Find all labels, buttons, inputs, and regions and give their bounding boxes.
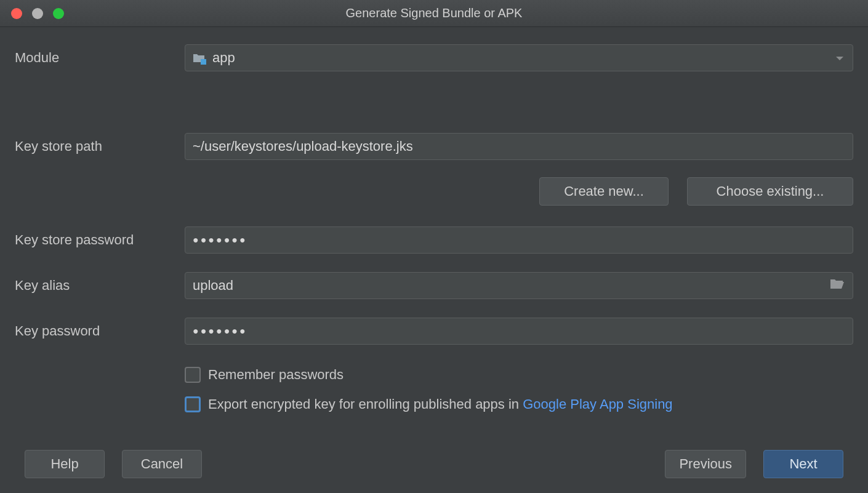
previous-button[interactable]: Previous: [665, 450, 746, 478]
create-new-button[interactable]: Create new...: [539, 177, 669, 206]
choose-existing-button[interactable]: Choose existing...: [687, 177, 853, 206]
key-alias-input[interactable]: upload: [185, 272, 853, 299]
close-window-button[interactable]: [11, 8, 22, 19]
window-controls: [0, 8, 64, 19]
key-password-input[interactable]: ●●●●●●●: [185, 318, 853, 345]
export-encrypted-key-label: Export encrypted key for enrolling publi…: [208, 396, 673, 412]
keystore-path-input[interactable]: ~/user/keystores/upload-keystore.jks: [185, 133, 853, 160]
module-folder-icon: [193, 52, 205, 63]
keystore-password-label: Key store password: [15, 232, 185, 248]
remember-passwords-checkbox[interactable]: [185, 367, 201, 383]
titlebar: Generate Signed Bundle or APK: [0, 0, 868, 27]
maximize-window-button[interactable]: [53, 8, 64, 19]
cancel-button[interactable]: Cancel: [122, 450, 202, 478]
keystore-password-input[interactable]: ●●●●●●●: [185, 226, 853, 254]
module-value: app: [212, 50, 235, 66]
module-dropdown[interactable]: app: [185, 44, 853, 71]
key-alias-value: upload: [193, 278, 233, 294]
help-button[interactable]: Help: [25, 450, 105, 478]
key-password-value: ●●●●●●●: [193, 326, 247, 337]
keystore-path-value: ~/user/keystores/upload-keystore.jks: [193, 138, 413, 154]
keystore-path-label: Key store path: [15, 138, 185, 154]
key-password-label: Key password: [15, 323, 185, 339]
key-alias-label: Key alias: [15, 278, 185, 294]
google-play-app-signing-link[interactable]: Google Play App Signing: [523, 396, 672, 412]
export-encrypted-key-text: Export encrypted key for enrolling publi…: [208, 396, 523, 412]
keystore-password-value: ●●●●●●●: [193, 234, 247, 246]
dialog-footer: Help Cancel Previous Next: [0, 450, 868, 478]
export-encrypted-key-checkbox[interactable]: [185, 396, 201, 412]
folder-open-icon[interactable]: [829, 278, 845, 294]
remember-passwords-label: Remember passwords: [208, 367, 344, 383]
minimize-window-button[interactable]: [32, 8, 43, 19]
window-title: Generate Signed Bundle or APK: [346, 6, 523, 20]
next-button[interactable]: Next: [763, 450, 843, 478]
chevron-down-icon: [835, 50, 844, 66]
module-label: Module: [15, 50, 185, 66]
